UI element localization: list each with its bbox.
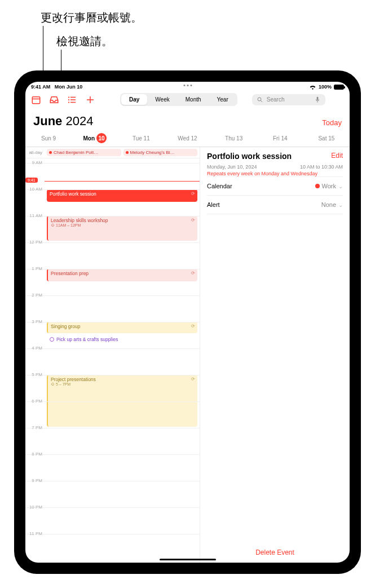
svg-point-3 — [68, 99, 69, 100]
timeline-grid[interactable]: 9:41 Portfolio work session ⟳ Leadership… — [25, 158, 200, 563]
status-time: 9:41 AM — [31, 84, 50, 90]
search-icon — [257, 96, 263, 103]
view-segmented-control: Day Week Month Year — [120, 93, 237, 106]
svg-rect-7 — [316, 96, 318, 100]
view-week[interactable]: Week — [147, 94, 177, 105]
dot-icon — [126, 151, 129, 154]
hour-label: 11 PM — [25, 531, 45, 536]
home-indicator[interactable] — [160, 559, 216, 560]
hour-label: 9 AM — [25, 160, 45, 165]
month-name: June — [33, 114, 62, 128]
view-month[interactable]: Month — [178, 94, 209, 105]
timeline[interactable]: all-day Chad Benjamin Pott… Melody Cheun… — [25, 147, 200, 563]
hour-row: 4 PM — [25, 348, 200, 375]
hour-label: 10 PM — [25, 505, 45, 510]
weekday-sat[interactable]: Sat 15 — [303, 133, 350, 143]
hour-label: 8 PM — [25, 452, 45, 457]
ipad-frame: 9:41 AM Mon Jun 10 100% — [14, 70, 361, 574]
hour-row: 8 PM — [25, 454, 200, 481]
allday-event-title: Chad Benjamin Pott… — [54, 150, 98, 155]
today-button[interactable]: Today — [322, 118, 342, 127]
detail-date: Monday, Jun 10, 2024 — [207, 164, 257, 170]
search-placeholder: Search — [267, 96, 285, 103]
view-day[interactable]: Day — [121, 94, 147, 105]
weekday-wed[interactable]: Wed 12 — [164, 133, 210, 143]
delete-event-button[interactable]: Delete Event — [200, 549, 350, 556]
search-field[interactable]: Search — [252, 94, 325, 105]
weekday-fri[interactable]: Fri 14 — [257, 133, 303, 143]
dictation-icon[interactable] — [314, 96, 321, 103]
hour-label: 5 PM — [25, 372, 45, 377]
calendars-button[interactable] — [31, 95, 41, 105]
allday-event-title: Melody Cheung's Bi… — [130, 150, 175, 155]
wifi-icon — [309, 84, 316, 90]
dot-icon — [49, 151, 52, 154]
add-event-button[interactable] — [85, 95, 95, 105]
hour-label: 12 PM — [25, 240, 45, 245]
screen: 9:41 AM Mon Jun 10 100% — [25, 82, 350, 563]
hour-row: 11 PM — [25, 534, 200, 560]
detail-time: 10 AM to 10:30 AM — [300, 164, 343, 170]
detail-alert-row[interactable]: Alert None ⌄ — [207, 195, 343, 214]
status-bar: 9:41 AM Mon Jun 10 100% — [25, 82, 350, 90]
row-value: Work — [322, 183, 336, 189]
weekday-mon[interactable]: Mon10 — [72, 133, 118, 143]
chevron-icon: ⌄ — [338, 202, 343, 208]
hour-row: 7 PM — [25, 428, 200, 454]
hour-row: 3 PM — [25, 322, 200, 348]
multitask-dots[interactable] — [183, 85, 192, 86]
hour-label: 4 PM — [25, 346, 45, 351]
hour-label: 6 PM — [25, 399, 45, 404]
hour-row: 9 PM — [25, 481, 200, 507]
status-right: 100% — [309, 84, 344, 90]
row-label: Alert — [207, 201, 220, 208]
weekday-row: Sun 9Mon10Tue 11Wed 12Thu 13Fri 14Sat 15 — [25, 131, 350, 147]
row-value: None — [321, 201, 336, 208]
detail-repeat: Repeats every week on Monday and Wednesd… — [207, 171, 343, 176]
allday-event[interactable]: Chad Benjamin Pott… — [47, 149, 121, 156]
allday-label: all-day — [28, 150, 45, 155]
svg-rect-0 — [32, 96, 40, 103]
allday-event[interactable]: Melody Cheung's Bi… — [123, 149, 198, 156]
calendar-color-dot — [315, 184, 320, 188]
view-year[interactable]: Year — [209, 94, 236, 105]
month-header: June 2024 Today — [25, 110, 350, 131]
svg-point-4 — [68, 101, 69, 103]
svg-point-5 — [258, 98, 261, 101]
svg-point-2 — [68, 96, 69, 98]
inbox-button[interactable] — [49, 95, 59, 105]
detail-title: Portfolio work session — [207, 152, 292, 161]
hour-row: 9 AM — [25, 163, 200, 189]
callout-view-invites: 檢視邀請。 — [56, 34, 113, 49]
hour-label: 10 AM — [25, 187, 45, 192]
hour-label: 7 PM — [25, 425, 45, 430]
battery-percent: 100% — [319, 84, 332, 90]
hour-label: 3 PM — [25, 319, 45, 324]
status-date: Mon Jun 10 — [55, 84, 83, 90]
hour-label: 2 PM — [25, 293, 45, 298]
weekday-thu[interactable]: Thu 13 — [211, 133, 257, 143]
hour-row: 10 PM — [25, 507, 200, 534]
list-button[interactable] — [67, 95, 77, 105]
hour-row: 1 PM — [25, 269, 200, 295]
hour-label: 11 AM — [25, 213, 45, 218]
hour-row: 2 PM — [25, 295, 200, 322]
allday-row: all-day Chad Benjamin Pott… Melody Cheun… — [25, 147, 200, 158]
month-title: June 2024 — [33, 114, 93, 129]
event-detail-pane: Portfolio work session Edit Monday, Jun … — [200, 147, 350, 563]
edit-button[interactable]: Edit — [331, 152, 343, 160]
hour-label: 9 PM — [25, 478, 45, 483]
main-split: all-day Chad Benjamin Pott… Melody Cheun… — [25, 147, 350, 563]
callout-change-calendar: 更改行事曆或帳號。 — [41, 10, 142, 25]
hour-label: 1 PM — [25, 266, 45, 271]
weekday-tue[interactable]: Tue 11 — [118, 133, 164, 143]
detail-calendar-row[interactable]: Calendar Work ⌄ — [207, 176, 343, 195]
weekday-sun[interactable]: Sun 9 — [25, 133, 72, 143]
hour-row: 6 PM — [25, 401, 200, 428]
chevron-icon: ⌄ — [338, 183, 343, 189]
year: 2024 — [65, 114, 93, 128]
hour-row: 5 PM — [25, 375, 200, 401]
detail-date-row: Monday, Jun 10, 2024 10 AM to 10:30 AM — [207, 164, 343, 170]
status-time-date: 9:41 AM Mon Jun 10 — [31, 84, 82, 90]
hour-row: 12 PM — [25, 242, 200, 269]
